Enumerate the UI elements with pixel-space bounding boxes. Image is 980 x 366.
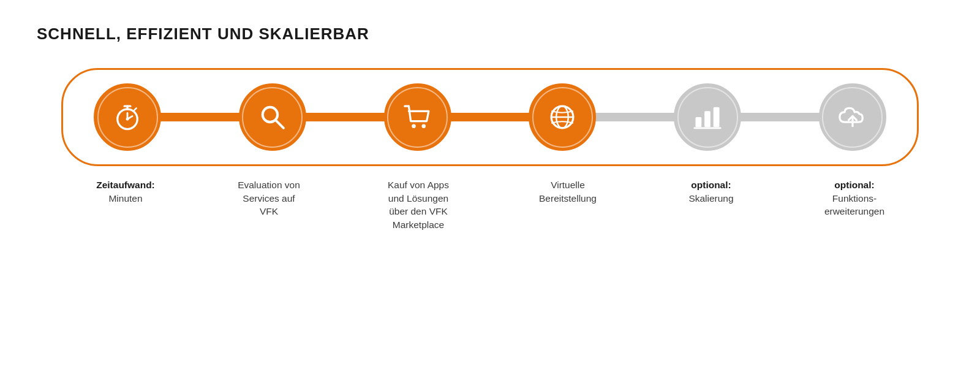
label-globe: Virtuelle Bereitstellung [534, 178, 601, 205]
label-chart-sub: Skalierung [677, 192, 745, 205]
label-chart: optional: Skalierung [677, 178, 745, 205]
svg-rect-16 [704, 111, 710, 127]
page-title: SCHNELL, EFFIZIENT UND SKALIERBAR [37, 25, 369, 44]
svg-point-11 [421, 124, 426, 128]
label-timer: Zeitaufwand: Minuten [92, 178, 159, 205]
step-cloud-icon [819, 83, 886, 151]
step-globe-icon [529, 83, 596, 151]
flow-wrapper: Zeitaufwand: Minuten Evaluation von Serv… [37, 68, 943, 232]
label-search-sub: Evaluation von Services auf VFK [235, 178, 303, 218]
svg-line-6 [134, 108, 136, 110]
connector-1 [160, 113, 240, 121]
svg-rect-17 [714, 107, 720, 128]
label-chart-bold: optional: [677, 178, 745, 192]
step-chart-icon [674, 83, 741, 151]
label-cloud-sub: Funktions­erweiterungen [821, 192, 888, 218]
connector-3 [450, 113, 530, 121]
svg-point-10 [412, 124, 416, 128]
step-timer-icon [94, 83, 161, 151]
step-search-icon [239, 83, 306, 151]
svg-point-5 [126, 118, 129, 121]
label-cart: Kauf von Apps und Lösungen über den VFK … [379, 178, 458, 232]
connector-2 [305, 113, 385, 121]
connector-4 [595, 113, 675, 121]
label-cloud-bold: optional: [821, 178, 888, 192]
labels-row: Zeitaufwand: Minuten Evaluation von Serv… [61, 178, 919, 232]
label-timer-sub: Minuten [92, 192, 159, 205]
svg-rect-15 [696, 117, 702, 127]
label-globe-sub: Virtuelle Bereitstellung [534, 178, 601, 205]
svg-line-8 [276, 120, 284, 128]
step-cart-icon [384, 83, 451, 151]
label-cart-sub: Kauf von Apps und Lösungen über den VFK … [379, 178, 458, 232]
pipeline-container [61, 68, 919, 166]
label-timer-bold: Zeitaufwand: [92, 178, 159, 192]
label-cloud: optional: Funktions­erweiterungen [821, 178, 888, 218]
label-search: Evaluation von Services auf VFK [235, 178, 303, 218]
connector-5 [740, 113, 820, 121]
